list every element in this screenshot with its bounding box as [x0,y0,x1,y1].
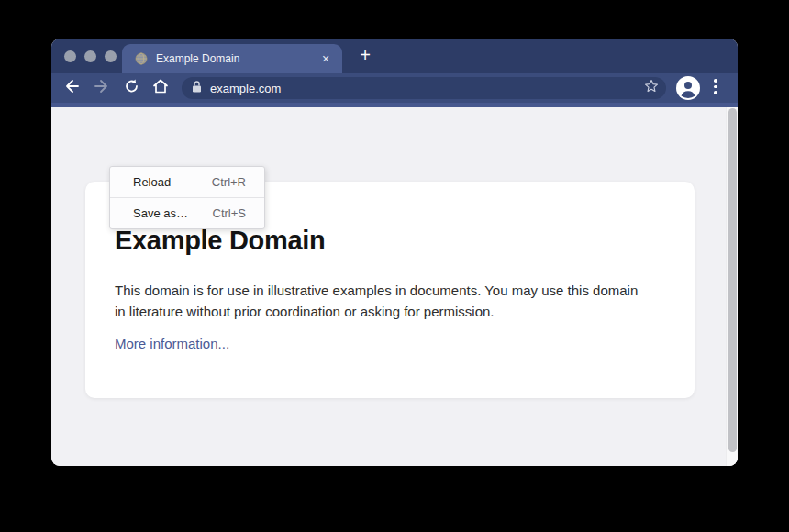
lock-icon [192,80,202,96]
menu-item-shortcut: Ctrl+S [213,206,246,220]
menu-item-shortcut: Ctrl+R [212,175,246,189]
page-body-text: This domain is for use in illustrative e… [115,280,651,322]
context-menu-item-reload[interactable]: Reload Ctrl+R [110,167,264,197]
scrollbar-thumb[interactable] [728,108,737,452]
titlebar: Example Domain × + [51,39,738,73]
profile-avatar-icon[interactable] [676,76,700,104]
tab-close-icon[interactable]: × [318,52,333,65]
more-information-link[interactable]: More information... [115,336,229,351]
forward-button[interactable] [94,79,110,97]
menu-item-label: Save as… [133,206,188,220]
menu-item-label: Reload [133,175,171,189]
page-viewport: Reload Ctrl+R Save as… Ctrl+S Example Do… [51,107,738,466]
reload-button[interactable] [124,79,139,98]
maximize-window-button[interactable] [105,50,117,62]
address-bar[interactable]: example.com [182,77,666,99]
tab-example-domain[interactable]: Example Domain × [122,44,342,73]
browser-menu-icon[interactable] [714,79,717,94]
new-tab-button[interactable]: + [354,45,376,67]
globe-favicon-icon [135,52,148,65]
home-button[interactable] [152,79,169,98]
browser-window: Example Domain × + [51,39,738,466]
toolbar: example.com [51,73,738,103]
back-button[interactable] [63,79,80,97]
scrollbar-track[interactable] [726,107,738,466]
bookmark-star-icon[interactable] [644,79,659,97]
close-window-button[interactable] [64,50,76,62]
context-menu-item-save-as[interactable]: Save as… Ctrl+S [110,197,264,228]
tab-title: Example Domain [156,52,318,65]
url-text: example.com [210,82,644,95]
context-menu: Reload Ctrl+R Save as… Ctrl+S [109,166,265,229]
window-controls [64,50,117,62]
minimize-window-button[interactable] [84,50,96,62]
